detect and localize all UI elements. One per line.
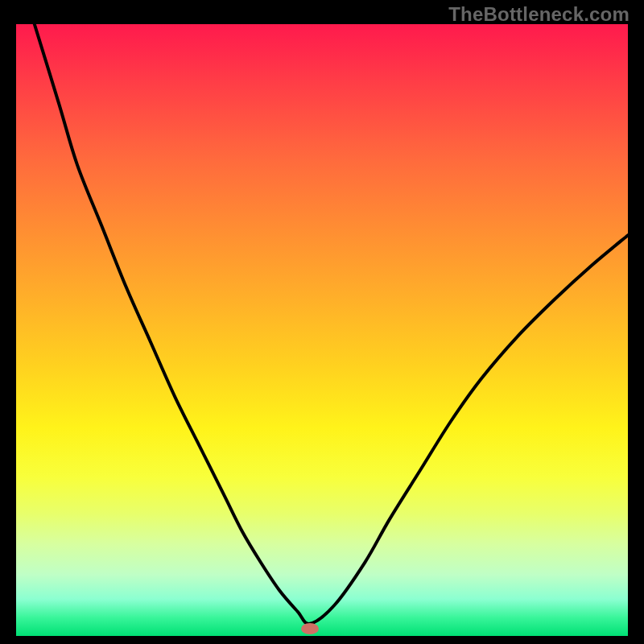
bottleneck-curve <box>16 24 628 636</box>
optimum-marker <box>301 623 319 634</box>
watermark-text: TheBottleneck.com <box>448 3 630 26</box>
